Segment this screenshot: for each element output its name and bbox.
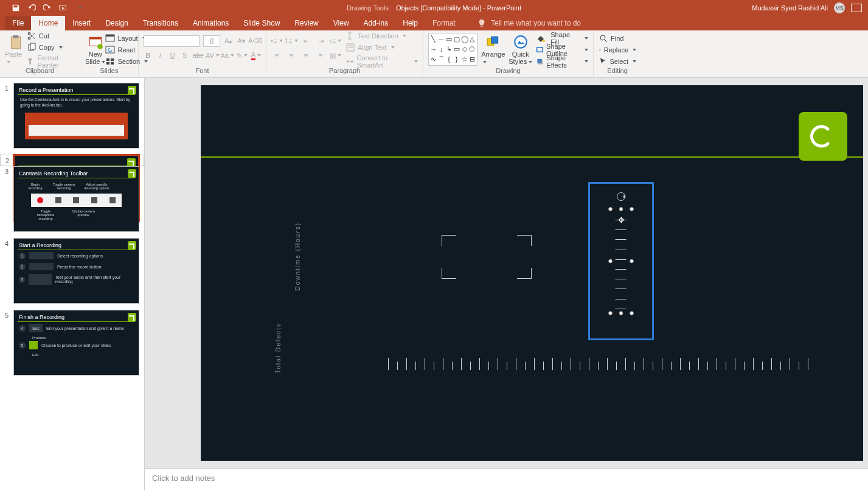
font-color-icon[interactable]: A bbox=[251, 50, 261, 61]
shape-callout-icon[interactable]: ⊟ bbox=[469, 55, 476, 64]
redo-icon[interactable] bbox=[43, 3, 52, 13]
selected-rectangle-shape[interactable]: ✥ bbox=[590, 184, 652, 338]
decrease-font-size-icon[interactable]: A▾ bbox=[237, 35, 247, 46]
shape-rect2-icon[interactable]: ▭ bbox=[453, 44, 460, 54]
tab-format[interactable]: Format bbox=[425, 16, 463, 30]
thumbnail-3[interactable]: 3 Camtasia Recording Toolbar Begin recor… bbox=[0, 166, 144, 238]
text-direction-button[interactable]: Text Direction bbox=[345, 31, 418, 41]
line-spacing-icon[interactable]: ↕≡ bbox=[330, 35, 341, 46]
thumbnail-2[interactable]: 2 bbox=[0, 155, 144, 166]
tab-transitions[interactable]: Transitions bbox=[136, 16, 186, 30]
shape-star-icon[interactable]: ☆ bbox=[461, 55, 468, 64]
notes-pane[interactable]: Click to add notes bbox=[145, 468, 868, 490]
resize-handle-r[interactable] bbox=[630, 259, 634, 264]
resize-handle-l[interactable] bbox=[608, 259, 613, 264]
shape-pentagon-icon[interactable]: ⬠ bbox=[469, 44, 476, 54]
crop-bracket-bl[interactable] bbox=[442, 268, 456, 279]
crop-bracket-br[interactable] bbox=[517, 268, 532, 279]
slide-thumbnail-pane[interactable]: 1 Record a Presentation Use the Camtasia… bbox=[0, 78, 145, 490]
underline-icon[interactable]: U bbox=[168, 50, 176, 61]
font-name-select[interactable] bbox=[144, 35, 200, 47]
start-from-beginning-icon[interactable] bbox=[58, 3, 68, 13]
cut-button[interactable]: Cut bbox=[27, 31, 75, 41]
resize-handle-br[interactable] bbox=[630, 311, 634, 315]
rotate-handle-icon[interactable] bbox=[617, 192, 625, 201]
strikethrough-icon[interactable]: abc bbox=[193, 50, 204, 61]
paste-button[interactable]: Paste bbox=[5, 33, 27, 67]
shape-rect-icon[interactable]: ▭ bbox=[445, 35, 453, 44]
tab-help[interactable]: Help bbox=[395, 16, 425, 30]
horizontal-ruler-ticks[interactable] bbox=[388, 358, 839, 370]
axis-label-downtime-hours[interactable]: Downtime (Hours) bbox=[294, 222, 301, 291]
user-name[interactable]: Mudassir Syed Rashid Ali bbox=[752, 4, 828, 12]
arrange-button[interactable]: Arrange bbox=[481, 33, 505, 67]
find-button[interactable]: Find bbox=[599, 33, 636, 43]
increase-font-size-icon[interactable]: A▴ bbox=[224, 35, 234, 46]
crop-bracket-tr[interactable] bbox=[517, 235, 532, 246]
tab-home[interactable]: Home bbox=[31, 16, 65, 30]
shape-arrow-r-icon[interactable]: → bbox=[430, 44, 437, 54]
tab-design[interactable]: Design bbox=[98, 16, 135, 30]
new-slide-button[interactable]: New Slide bbox=[85, 33, 105, 67]
tab-review[interactable]: Review bbox=[287, 16, 325, 30]
character-spacing-icon[interactable]: AV bbox=[207, 50, 218, 61]
tab-insert[interactable]: Insert bbox=[65, 16, 98, 30]
resize-handle-b[interactable] bbox=[619, 311, 623, 315]
shape-connector-icon[interactable]: ↳ bbox=[445, 44, 453, 54]
tab-animations[interactable]: Animations bbox=[186, 16, 236, 30]
qat-customize-dropdown[interactable] bbox=[74, 3, 84, 13]
avatar[interactable]: MS bbox=[834, 2, 845, 13]
thumbnail-1[interactable]: 1 Record a Presentation Use the Camtasia… bbox=[0, 83, 144, 155]
tab-slideshow[interactable]: Slide Show bbox=[236, 16, 287, 30]
shape-line2-icon[interactable]: ─ bbox=[438, 35, 445, 44]
align-center-icon[interactable]: ≡ bbox=[286, 50, 297, 61]
quick-styles-button[interactable]: Quick Styles bbox=[509, 33, 532, 67]
tab-view[interactable]: View bbox=[326, 16, 356, 30]
shape-fill-button[interactable]: Shape Fill bbox=[536, 33, 588, 44]
shapes-gallery[interactable]: ╲─▭▢◯△ →↓↳▭◇⬠ ∿⌒{}☆⊟ bbox=[428, 33, 477, 66]
bullets-icon[interactable]: •≡ bbox=[271, 35, 282, 46]
align-right-icon[interactable]: ≡ bbox=[300, 50, 311, 61]
shape-effects-button[interactable]: Shape Effects bbox=[536, 57, 588, 67]
shape-outline-button[interactable]: Shape Outline bbox=[536, 45, 588, 55]
replace-button[interactable]: Replace bbox=[599, 45, 636, 55]
axis-label-total-defects[interactable]: Total Defects bbox=[275, 323, 282, 374]
bold-icon[interactable]: B bbox=[144, 50, 152, 61]
shadow-icon[interactable]: S bbox=[181, 50, 189, 61]
italic-icon[interactable]: I bbox=[156, 50, 164, 61]
tab-file[interactable]: File bbox=[5, 16, 31, 30]
shape-brace-l-icon[interactable]: { bbox=[445, 55, 453, 64]
highlight-icon[interactable]: ✎ bbox=[237, 50, 248, 61]
shape-arc-icon[interactable]: ⌒ bbox=[438, 55, 445, 64]
shape-line-icon[interactable]: ╲ bbox=[430, 35, 437, 44]
select-button[interactable]: Select bbox=[599, 57, 636, 66]
tab-addins[interactable]: Add-ins bbox=[356, 16, 396, 30]
resize-handle-tl[interactable] bbox=[608, 207, 613, 211]
shape-brace-r-icon[interactable]: } bbox=[453, 55, 460, 64]
clear-formatting-icon[interactable]: A⌫ bbox=[250, 35, 261, 46]
thumbnail-4[interactable]: 4 Start a Recording 1Select recording op… bbox=[0, 238, 144, 310]
align-left-icon[interactable]: ≡ bbox=[271, 50, 282, 61]
numbering-icon[interactable]: 1≡ bbox=[286, 35, 297, 46]
copy-button[interactable]: Copy bbox=[27, 43, 75, 52]
columns-icon[interactable]: ▥ bbox=[330, 50, 341, 61]
resize-handle-tr[interactable] bbox=[630, 207, 634, 211]
undo-icon[interactable] bbox=[27, 3, 36, 13]
shape-oval-icon[interactable]: ◯ bbox=[461, 35, 468, 44]
increase-indent-icon[interactable]: ⇥ bbox=[315, 35, 326, 46]
slide-canvas[interactable]: Downtime (Hours) Total Defects ✥ bbox=[145, 78, 868, 468]
slide[interactable]: Downtime (Hours) Total Defects ✥ bbox=[201, 85, 863, 461]
thumbnail-5[interactable]: 5 Finish a Recording 4EscEnd your presen… bbox=[0, 310, 144, 382]
change-case-icon[interactable]: Aa bbox=[222, 50, 233, 61]
shape-roundrect-icon[interactable]: ▢ bbox=[453, 35, 460, 44]
resize-handle-t[interactable] bbox=[619, 207, 623, 211]
shape-curve-icon[interactable]: ∿ bbox=[430, 55, 437, 64]
ribbon-display-options-icon[interactable] bbox=[851, 4, 862, 12]
shape-diamond-icon[interactable]: ◇ bbox=[461, 44, 468, 54]
font-size-select[interactable] bbox=[203, 35, 220, 47]
shape-triangle-icon[interactable]: △ bbox=[469, 35, 476, 44]
justify-icon[interactable]: ≡ bbox=[315, 50, 326, 61]
tell-me-search[interactable]: Tell me what you want to do bbox=[474, 16, 585, 30]
crop-bracket-tl[interactable] bbox=[442, 235, 456, 246]
save-icon[interactable] bbox=[11, 3, 21, 13]
